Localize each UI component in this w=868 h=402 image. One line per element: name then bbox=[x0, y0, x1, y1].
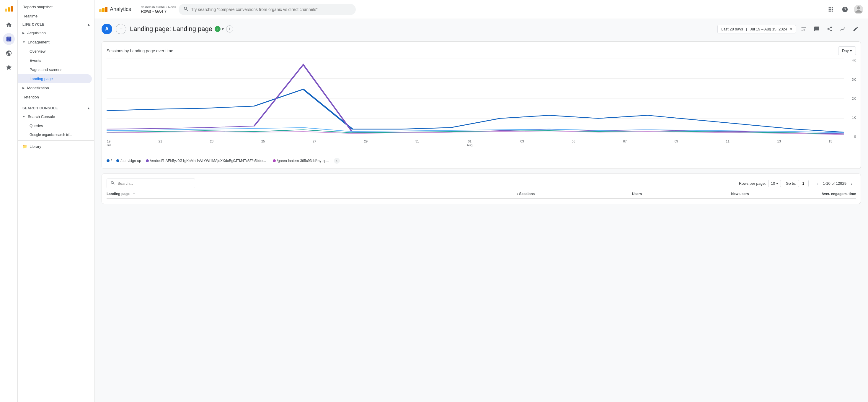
add-segment-button[interactable]: + bbox=[116, 24, 126, 34]
nav-ai-icon[interactable] bbox=[3, 61, 15, 73]
sidebar-category-monetization[interactable]: ▶ Monetization bbox=[18, 83, 94, 92]
legend-dot-green-lantern bbox=[273, 159, 276, 162]
report-status-badge: ✓ ▾ bbox=[215, 26, 224, 32]
status-check-icon: ✓ bbox=[215, 26, 221, 32]
nav-reports-icon[interactable] bbox=[3, 33, 15, 45]
rows-per-page-control: Rows per page: 10 ▾ bbox=[739, 180, 781, 187]
topbar-actions bbox=[826, 4, 863, 15]
sidebar-item-queries[interactable]: Queries bbox=[18, 121, 92, 131]
table-col-avg-engagement[interactable]: Aver. engagem. time bbox=[749, 192, 856, 196]
report-header: A + Landing page: Landing page ✓ ▾ + bbox=[101, 24, 861, 37]
topbar-logo-area: Analytics dashdash GmbH › Rows Rows - GA… bbox=[99, 5, 176, 13]
sidebar: Reports snapshot Realtime Life cycle ▴ ▶… bbox=[18, 0, 94, 402]
app-shell: Reports snapshot Realtime Life cycle ▴ ▶… bbox=[18, 0, 868, 402]
lifecycle-section-header[interactable]: Life cycle ▴ bbox=[18, 21, 94, 28]
legend-scroll-right-button[interactable]: › bbox=[334, 158, 340, 164]
legend-item-green-lantern: /green-lantern-365c93dd/my-sp... bbox=[273, 159, 329, 163]
report-actions: Last 28 days | Jul 19 – Aug 15, 2024 ▾ bbox=[717, 24, 861, 34]
topbar-ga-logo bbox=[99, 7, 107, 12]
table-header: Landing page + ↓ Sessions Users New user… bbox=[106, 192, 856, 199]
apps-icon[interactable] bbox=[826, 4, 836, 15]
topbar-dropdown-icon[interactable]: ▾ bbox=[164, 9, 166, 13]
table-search-input[interactable] bbox=[118, 181, 191, 185]
sidebar-item-events[interactable]: Events bbox=[18, 56, 92, 65]
content-area: A + Landing page: Landing page ✓ ▾ + bbox=[94, 19, 868, 402]
right-panel: Analytics dashdash GmbH › Rows Rows - GA… bbox=[94, 0, 868, 402]
chart-title: Sessions by Landing page over time bbox=[106, 49, 173, 53]
icon-navigation bbox=[0, 0, 18, 402]
search-input[interactable] bbox=[191, 7, 351, 12]
legend-dot-embed bbox=[146, 159, 149, 162]
granularity-dropdown-icon: ▾ bbox=[850, 49, 852, 53]
user-avatar-icon[interactable] bbox=[854, 5, 863, 14]
date-range-dropdown-icon: ▾ bbox=[790, 27, 792, 31]
chart-area: 4K 3K 2K 1K 0 bbox=[106, 59, 856, 147]
legend-item-auth-signup: /auth/sign-up bbox=[116, 159, 141, 163]
sidebar-category-engagement[interactable]: ▼ Engagement bbox=[18, 37, 94, 47]
report-title-area: A + Landing page: Landing page ✓ ▾ + bbox=[101, 24, 233, 34]
table-col-landing-page: Landing page + bbox=[106, 192, 428, 196]
table-pagination-controls: Rows per page: 10 ▾ Go to: ‹ bbox=[739, 179, 856, 188]
search-console-arrow-icon: ▼ bbox=[23, 115, 25, 118]
report-avatar: A bbox=[101, 24, 112, 34]
sidebar-item-retention[interactable]: Retention bbox=[18, 92, 94, 102]
rows-per-page-dropdown[interactable]: 10 ▾ bbox=[768, 180, 781, 187]
sidebar-item-overview[interactable]: Overview bbox=[18, 47, 92, 56]
go-to-page-input[interactable] bbox=[798, 180, 809, 187]
legend-item-slash: / bbox=[106, 159, 112, 163]
edit-icon[interactable] bbox=[850, 24, 861, 34]
search-icon bbox=[183, 6, 189, 13]
table-col-sessions[interactable]: ↓ Sessions bbox=[428, 192, 535, 196]
pagination-next-button[interactable]: › bbox=[848, 179, 856, 188]
legend-dot-auth bbox=[116, 159, 119, 162]
granularity-dropdown[interactable]: Day ▾ bbox=[838, 47, 856, 55]
sidebar-item-pages-and-screens[interactable]: Pages and screens bbox=[18, 65, 92, 74]
compare-icon[interactable] bbox=[837, 24, 848, 34]
add-comparison-button[interactable]: + bbox=[226, 25, 233, 32]
search-console-section-header[interactable]: Search Console ▴ bbox=[18, 104, 94, 112]
go-to-control: Go to: bbox=[786, 180, 808, 187]
monetization-arrow-icon: ▶ bbox=[23, 86, 25, 90]
lifecycle-collapse-icon: ▴ bbox=[88, 23, 90, 27]
nav-home-icon[interactable] bbox=[3, 19, 15, 31]
chart-legend: / /auth/sign-up /embed/1lAEh5yz0G1gKnMst… bbox=[106, 158, 856, 164]
share-icon[interactable] bbox=[824, 24, 835, 34]
date-range-button[interactable]: Last 28 days | Jul 19 – Aug 15, 2024 ▾ bbox=[717, 25, 796, 33]
topbar-breadcrumb: dashdash GmbH › Rows Rows - GA4 ▾ bbox=[137, 5, 176, 13]
legend-dot-slash bbox=[106, 159, 110, 162]
nav-explore-icon[interactable] bbox=[3, 47, 15, 59]
table-search-box[interactable] bbox=[106, 178, 195, 188]
column-toggle-icon[interactable] bbox=[798, 24, 809, 34]
comment-icon[interactable] bbox=[811, 24, 822, 34]
chart-container: Sessions by Landing page over time Day ▾… bbox=[101, 41, 861, 169]
report-title: Landing page: Landing page bbox=[130, 25, 212, 33]
table-search-icon bbox=[111, 181, 115, 186]
chart-svg-area bbox=[106, 59, 844, 138]
search-bar[interactable] bbox=[179, 4, 356, 15]
table-container: Rows per page: 10 ▾ Go to: ‹ bbox=[101, 173, 861, 204]
sidebar-category-search-console[interactable]: ▼ Search Console bbox=[18, 112, 94, 121]
status-dropdown-icon[interactable]: ▾ bbox=[222, 27, 224, 31]
help-icon[interactable] bbox=[840, 4, 850, 15]
time-series-chart bbox=[106, 59, 844, 138]
topbar-app-name: Analytics bbox=[110, 6, 131, 12]
sidebar-item-realtime[interactable]: Realtime bbox=[18, 11, 94, 21]
engagement-arrow-icon: ▼ bbox=[23, 40, 25, 44]
sidebar-item-landing-page[interactable]: Landing page bbox=[18, 74, 92, 83]
sidebar-item-google-organic[interactable]: Google organic search trf... bbox=[18, 131, 92, 139]
report-title-group: Landing page: Landing page ✓ ▾ + bbox=[130, 25, 233, 33]
table-col-new-users[interactable]: New users bbox=[642, 192, 749, 196]
topbar-title-area[interactable]: Rows - GA4 ▾ bbox=[141, 9, 176, 13]
sidebar-divider bbox=[18, 103, 94, 103]
library-icon: 📁 bbox=[23, 144, 27, 149]
table-toolbar: Rows per page: 10 ▾ Go to: ‹ bbox=[106, 178, 856, 188]
x-axis-labels: 19Jul 21 23 25 27 29 31 01Aug 03 05 07 0… bbox=[106, 140, 844, 147]
sidebar-item-library[interactable]: 📁 Library bbox=[18, 142, 94, 151]
sidebar-category-acquisition[interactable]: ▶ Acquisition bbox=[18, 28, 94, 37]
sidebar-item-reports-snapshot[interactable]: Reports snapshot bbox=[18, 2, 94, 11]
analytics-logo bbox=[4, 4, 14, 14]
add-column-icon[interactable]: + bbox=[133, 192, 135, 196]
table-col-users[interactable]: Users bbox=[535, 192, 642, 196]
pagination-prev-button[interactable]: ‹ bbox=[813, 179, 822, 188]
pagination-info-area: ‹ 1-10 of 12929 › bbox=[813, 179, 856, 188]
